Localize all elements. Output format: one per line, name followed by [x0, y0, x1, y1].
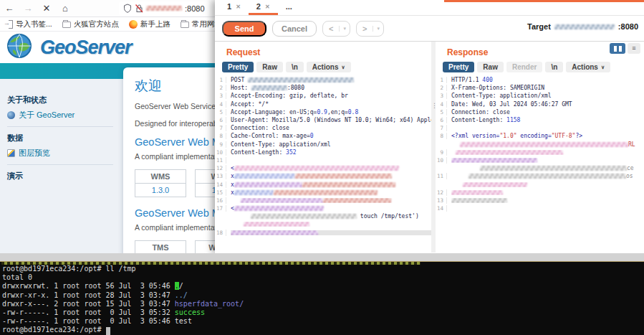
close-tab-icon[interactable]: ✕ — [265, 4, 270, 10]
line-number: 6 — [215, 117, 226, 123]
repeater-tab[interactable]: 1✕ — [219, 0, 249, 15]
service-version-link[interactable]: 1.3.0 — [135, 184, 186, 197]
code-line: 7 — [436, 124, 644, 132]
code-line: 4Accept: */* — [215, 100, 431, 108]
terminal-window[interactable]: root@bd1971eca234:/opt# ll /tmptotal 0dr… — [0, 261, 644, 335]
request-editor[interactable]: 1POST 2Host: :80803Accept-Encoding: gzip… — [215, 76, 431, 237]
line-number: 13 — [215, 173, 226, 179]
code-token: Accept-Encoding: gzip, deflate, br — [231, 93, 348, 99]
line-number: 15 — [215, 189, 226, 196]
code-line: 17< — [215, 204, 431, 212]
code-text: Content-Type: application/xml — [451, 93, 644, 99]
censored-blur — [451, 198, 507, 203]
code-line: 2X-Frame-Options: SAMEORIGIN — [436, 84, 644, 92]
view-tab-raw[interactable]: Raw — [256, 62, 283, 72]
prev-request-button[interactable]: <▾ — [322, 21, 350, 37]
censored-blur — [231, 230, 318, 235]
censored-blur — [241, 198, 323, 203]
code-line: 13x — [215, 172, 431, 180]
code-text — [451, 158, 644, 163]
geoserver-globe-icon — [6, 32, 33, 62]
line-number: 16 — [215, 197, 226, 204]
bookmark-item[interactable]: 火狐官方站点 — [62, 19, 119, 29]
code-text: Accept-Encoding: gzip, deflate, br — [231, 93, 431, 99]
code-text — [451, 198, 644, 203]
line-number: 12 — [215, 165, 226, 171]
sidebar-item-label: 关于 GeoServer — [19, 110, 75, 121]
stop-button[interactable]: ✕ — [37, 3, 56, 14]
censored-blur — [234, 206, 324, 211]
terminal-line: drwxr-x---. 2 root root 15 Jul 3 03:47 h… — [0, 300, 644, 308]
code-token: ce — [627, 165, 634, 171]
sidebar-item-layer-preview[interactable]: 图层预览 — [7, 148, 113, 159]
code-text: <?xml version="1.0" encoding="UTF-8"?> — [451, 133, 644, 139]
back-button[interactable]: ← — [0, 3, 19, 14]
caret-down-icon: ∨ — [341, 65, 345, 70]
response-viewer[interactable]: 1HTTP/1.1 4002X-Frame-Options: SAMEORIGI… — [436, 76, 644, 212]
code-text: X-Frame-Options: SAMEORIGIN — [451, 85, 644, 91]
caret-down-icon[interactable]: ▾ — [373, 26, 383, 32]
code-text — [231, 222, 431, 227]
cancel-button[interactable]: Cancel — [272, 21, 317, 37]
line-number: 6 — [436, 117, 447, 123]
split-columns-layout-button[interactable] — [610, 43, 625, 54]
sidebar-item-about-geoserver[interactable]: 关于 GeoServer — [7, 110, 113, 121]
repeater-tab[interactable]: 2✕ — [249, 0, 278, 15]
line-number: 8 — [436, 133, 447, 139]
target-indicator[interactable]: Target :8080 — [527, 22, 638, 31]
view-tab-n[interactable]: \n — [545, 62, 563, 72]
code-line: ce — [436, 164, 644, 172]
view-tab-render[interactable]: Render — [506, 62, 542, 72]
response-view-tabs: PrettyRawRender\nActions∨ — [443, 62, 644, 72]
next-request-button[interactable]: >▾ — [356, 21, 384, 37]
bookmark-item[interactable]: 新手上路 — [129, 19, 170, 29]
code-text: Date: Wed, 03 Jul 2024 05:46:27 GMT — [451, 101, 644, 108]
terminal-text: drwxrwxrwt. 1 root root 56 Jul 3 05:46 — [2, 282, 175, 290]
code-line — [436, 180, 644, 188]
code-token: Host: — [231, 85, 251, 91]
view-tab-actions[interactable]: Actions∨ — [566, 62, 610, 72]
close-tab-icon[interactable]: ✕ — [236, 4, 241, 10]
send-button[interactable]: Send — [222, 21, 266, 37]
code-line: 6Content-Length: 1158 — [436, 116, 644, 124]
bookmark-item[interactable]: 导入书签... — [4, 19, 52, 29]
code-token: :8080 — [287, 85, 304, 91]
code-line: 16 — [215, 197, 431, 204]
sidebar-section-header: 关于和状态 — [7, 95, 113, 105]
code-line: 11 — [215, 156, 431, 164]
view-tab-raw[interactable]: Raw — [477, 62, 504, 72]
line-number: 5 — [215, 109, 226, 115]
url-input[interactable]: :8080 — [119, 1, 209, 16]
line-number: 2 — [215, 85, 226, 91]
view-tab-n[interactable]: \n — [286, 62, 304, 72]
code-text: Content-Type: application/xml — [231, 141, 431, 148]
request-panel: Request PrettyRaw\nActions∨ 1POST 2Host:… — [215, 42, 431, 253]
view-tab-pretty[interactable]: Pretty — [443, 62, 474, 72]
code-token: Accept-Language: en-US;q= — [231, 109, 317, 115]
code-token: "1.0" — [499, 133, 516, 139]
view-tab-actions[interactable]: Actions∨ — [307, 62, 351, 72]
terminal-output: root@bd1971eca234:/opt# ll /tmptotal 0dr… — [0, 265, 644, 335]
line-number: 14 — [215, 181, 226, 188]
home-button[interactable]: ⌂ — [56, 3, 75, 14]
code-text: Content-Length: 1158 — [451, 117, 644, 123]
code-line: 1HTTP/1.1 400 — [436, 76, 644, 84]
code-text: < — [231, 165, 431, 171]
censored-blur — [451, 158, 537, 163]
layout-menu-button[interactable]: ≡ — [628, 43, 640, 54]
code-token: Content-Type: application/xml — [451, 93, 552, 99]
terminal-text: success — [175, 308, 205, 316]
terminal-line: drwxrwxrwt. 1 root root 56 Jul 3 05:46 .… — [0, 282, 644, 291]
forward-button[interactable]: → — [19, 3, 37, 14]
censored-blur — [274, 190, 378, 195]
service-box: TMS1.0.0 — [135, 240, 186, 253]
repeater-tab[interactable]: ... — [278, 0, 300, 15]
code-token: 1158 — [506, 117, 520, 123]
line-number: 1 — [436, 77, 447, 83]
line-number: 9 — [436, 149, 447, 156]
caret-down-icon[interactable]: ▾ — [339, 26, 350, 32]
code-line: 11os — [436, 172, 644, 180]
code-token: ,en;q= — [327, 109, 348, 115]
censored-blur — [468, 174, 626, 179]
view-tab-pretty[interactable]: Pretty — [222, 62, 254, 72]
